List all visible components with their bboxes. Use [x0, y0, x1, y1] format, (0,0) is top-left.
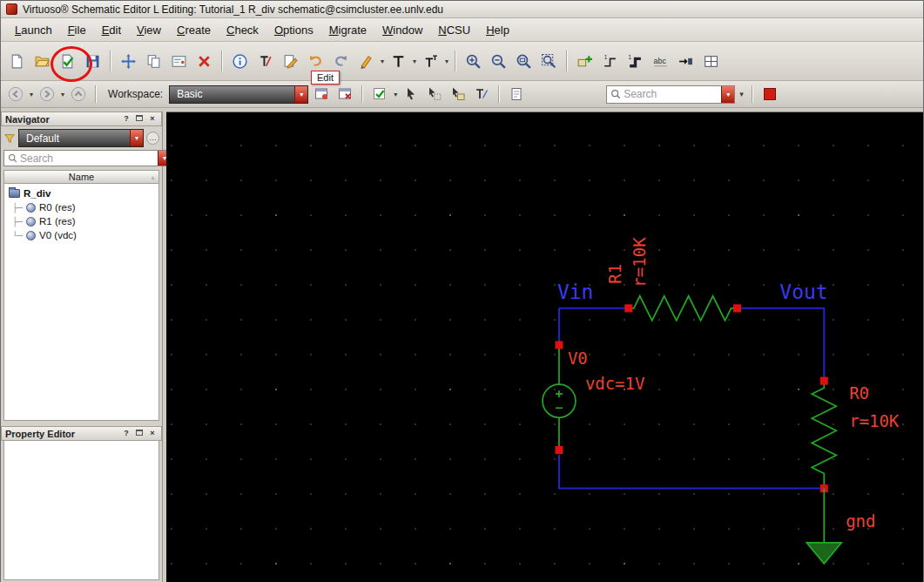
text-display-icon[interactable]	[253, 50, 277, 73]
net-label-gnd[interactable]: gnd	[846, 511, 875, 531]
create-pin-icon[interactable]	[674, 50, 698, 73]
search-icon	[8, 153, 17, 163]
create-wire-wide-icon[interactable]: 1	[624, 50, 647, 73]
menu-help[interactable]: Help	[479, 21, 516, 39]
new-cellview-icon[interactable]	[5, 50, 29, 73]
tree-connector: ├─	[12, 217, 23, 227]
chevron-down-icon[interactable]: ▾	[294, 86, 307, 103]
select-all-icon[interactable]	[401, 84, 422, 105]
undo-icon[interactable]	[304, 50, 327, 73]
tree-item-r0[interactable]: ├─ R0 (res)	[4, 200, 158, 214]
annotate-icon[interactable]	[354, 50, 378, 73]
select-partial-icon[interactable]	[424, 84, 445, 105]
chevron-down-icon[interactable]: ▾	[721, 86, 734, 103]
stop-icon[interactable]	[759, 84, 780, 105]
check-and-save-icon[interactable]	[56, 50, 79, 73]
delete-workspace-icon[interactable]	[334, 84, 355, 105]
toolbar-separator	[221, 51, 223, 71]
undock-icon[interactable]	[134, 429, 145, 439]
select-text-icon[interactable]	[471, 84, 492, 105]
zoom-to-selected-icon[interactable]	[537, 50, 561, 73]
delete-icon[interactable]	[192, 50, 216, 73]
label-r0-value[interactable]: r=10K	[849, 411, 900, 430]
info-icon[interactable]	[228, 50, 252, 73]
label-r0-name[interactable]: R0	[849, 383, 869, 403]
workspace-toolbar: ▾ ▾ Workspace: Basic ▾ ▾ ▾ ▾	[1, 81, 923, 108]
title-bar[interactable]: Virtuoso® Schematic Editor L Editing: Tu…	[1, 1, 923, 18]
main-area: Navigator ? × Default ▾ … ▾	[1, 108, 923, 582]
back-icon[interactable]	[5, 84, 26, 105]
chevron-down-icon[interactable]: ▾	[130, 130, 143, 146]
zoom-in-icon[interactable]	[462, 50, 485, 73]
chevron-down-icon[interactable]: ▾	[29, 91, 34, 98]
name-column-header[interactable]: Name ▲	[3, 170, 159, 184]
chevron-down-icon[interactable]: ▾	[60, 91, 65, 98]
chevron-down-icon[interactable]: ▾	[393, 91, 398, 98]
menu-create[interactable]: Create	[170, 21, 218, 39]
redo-icon[interactable]	[329, 50, 353, 73]
menu-view[interactable]: View	[130, 21, 168, 39]
menu-migrate[interactable]: Migrate	[322, 21, 374, 39]
label-v0-value[interactable]: vdc=1V	[585, 374, 644, 393]
edit-icon[interactable]	[279, 50, 302, 73]
menu-file[interactable]: File	[61, 21, 93, 39]
create-wire-narrow-icon[interactable]: 1	[598, 50, 622, 73]
navigator-search-row: ▾ ▾	[1, 150, 162, 170]
workspace-select[interactable]: Basic ▾	[169, 85, 308, 104]
label-r1-value[interactable]: r=10K	[630, 237, 649, 288]
schematic-wires[interactable]	[559, 308, 824, 489]
create-block-icon[interactable]	[699, 50, 723, 73]
toolbar-search[interactable]: ▾	[606, 85, 735, 104]
menu-ncsu[interactable]: NCSU	[431, 21, 477, 39]
close-icon[interactable]: ×	[147, 114, 158, 125]
create-wire-name-icon[interactable]: abc	[649, 50, 672, 73]
tree-item-rdiv[interactable]: R_div	[4, 186, 158, 200]
navigator-search-input[interactable]	[20, 152, 155, 165]
menu-launch[interactable]: Launch	[8, 21, 59, 39]
toolbar-search-input[interactable]	[624, 88, 718, 100]
undock-icon[interactable]	[134, 114, 145, 125]
ascend-icon[interactable]	[68, 84, 89, 105]
menu-edit[interactable]: Edit	[95, 21, 128, 39]
zoom-out-icon[interactable]	[487, 50, 510, 73]
create-label-icon[interactable]	[387, 50, 410, 73]
label-r1-name[interactable]: R1	[605, 264, 624, 284]
select-instance-icon[interactable]	[448, 84, 469, 105]
zoom-to-fit-icon[interactable]	[512, 50, 536, 73]
create-note-text-icon[interactable]	[419, 50, 442, 73]
move-icon[interactable]	[117, 50, 140, 73]
net-label-vout[interactable]: Vout	[779, 281, 827, 303]
save-workspace-icon[interactable]	[311, 84, 332, 105]
menu-options[interactable]: Options	[267, 21, 320, 39]
selection-filter-icon[interactable]	[369, 84, 390, 105]
edit-tooltip: Edit	[311, 71, 340, 85]
forward-icon[interactable]	[37, 84, 57, 105]
search-options-dropdown[interactable]: ▾	[738, 90, 745, 98]
create-instance-icon[interactable]	[573, 50, 597, 73]
net-label-vin[interactable]: Vin	[557, 281, 593, 303]
resistor-r1[interactable]	[624, 296, 741, 321]
filter-options-button[interactable]: …	[146, 132, 159, 145]
properties-icon[interactable]	[167, 50, 191, 73]
help-icon[interactable]: ?	[121, 114, 132, 125]
label-v0-name[interactable]: V0	[568, 349, 588, 368]
open-icon[interactable]	[30, 50, 54, 73]
command-options-icon[interactable]	[506, 84, 527, 105]
tree-item-r1[interactable]: ├─ R1 (res)	[4, 214, 158, 228]
menu-check[interactable]: Check	[219, 21, 266, 39]
ground-symbol[interactable]	[806, 489, 841, 564]
resistor-r0[interactable]	[812, 377, 836, 492]
help-icon[interactable]: ?	[121, 429, 132, 439]
copy-icon[interactable]	[142, 50, 165, 73]
chevron-down-icon[interactable]: ▾	[380, 58, 385, 65]
schematic-canvas[interactable]: Vin Vout V0 vdc=1V R1 r=10K R0 r=10K gnd	[166, 112, 923, 582]
chevron-down-icon[interactable]: ▾	[412, 58, 417, 65]
save-icon[interactable]	[81, 50, 105, 73]
tree-item-v0[interactable]: └─ V0 (vdc)	[4, 228, 158, 242]
navigator-search[interactable]: ▾	[3, 150, 172, 166]
chevron-down-icon[interactable]: ▾	[444, 58, 449, 65]
navigator-filter-select[interactable]: Default ▾	[18, 129, 144, 147]
close-icon[interactable]: ×	[147, 429, 158, 439]
sidebar: Navigator ? × Default ▾ … ▾	[1, 112, 163, 582]
menu-window[interactable]: Window	[375, 21, 429, 39]
